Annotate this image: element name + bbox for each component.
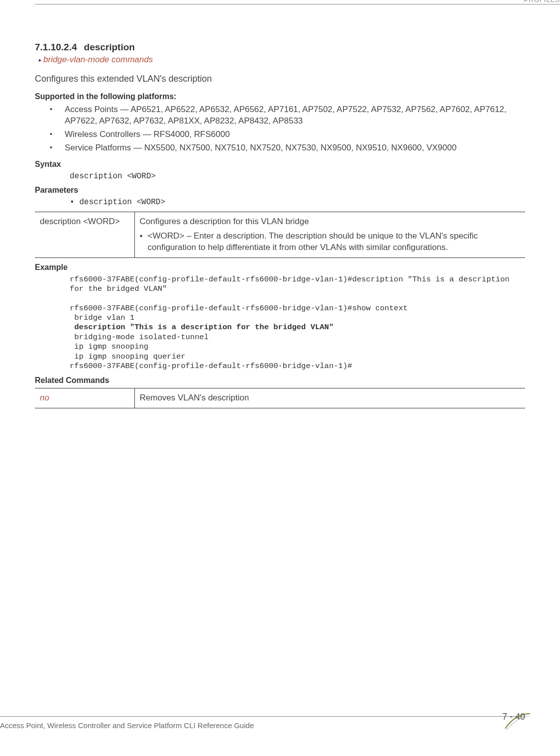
page-header: PROFILES xyxy=(0,0,560,15)
example-line: rfs6000-37FABE(config-profile-default-rf… xyxy=(70,362,352,371)
parameters-heading: Parameters xyxy=(35,186,525,195)
parameters-bullet: description <WORD> xyxy=(70,198,525,207)
param-key: description <WORD> xyxy=(35,212,134,257)
syntax-code: description <WORD> xyxy=(70,172,525,181)
page-number: 7 - 40 xyxy=(502,712,525,722)
param-sub: <WORD> – Enter a description. The descri… xyxy=(140,231,521,253)
list-item: Access Points — AP6521, AP6522, AP6532, … xyxy=(50,104,525,127)
parameters-table: description <WORD> Configures a descript… xyxy=(35,212,525,258)
header-rule xyxy=(35,4,560,4)
example-line: bridge vlan 1 xyxy=(70,313,134,322)
example-line: ip igmp snooping querier xyxy=(70,352,186,361)
section-number: 7.1.10.2.4 xyxy=(35,42,77,52)
platforms-heading: Supported in the following platforms: xyxy=(35,92,525,101)
related-desc: Removes VLAN's description xyxy=(134,388,525,408)
example-code: rfs6000-37FABE(config-profile-default-rf… xyxy=(70,275,525,372)
page-footer: Access Point, Wireless Controller and Se… xyxy=(0,716,560,741)
header-label: PROFILES xyxy=(521,0,560,3)
footer-text: Access Point, Wireless Controller and Se… xyxy=(0,721,254,730)
param-desc: Configures a description for this VLAN b… xyxy=(140,216,521,228)
example-line: bridging-mode isolated-tunnel xyxy=(70,333,209,342)
related-heading: Related Commands xyxy=(35,376,525,385)
related-table: no Removes VLAN's description xyxy=(35,388,525,408)
list-item: Service Platforms — NX5500, NX7500, NX75… xyxy=(50,142,525,154)
table-row: description <WORD> Configures a descript… xyxy=(35,212,525,257)
example-line: rfs6000-37FABE(config-profile-default-rf… xyxy=(70,304,408,313)
platforms-list: Access Points — AP6521, AP6522, AP6532, … xyxy=(50,104,525,154)
section-title: description xyxy=(84,42,135,52)
param-desc-cell: Configures a description for this VLAN b… xyxy=(134,212,525,257)
example-line: rfs6000-37FABE(config-profile-default-rf… xyxy=(70,275,514,293)
section-heading: 7.1.10.2.4description xyxy=(35,42,525,53)
example-heading: Example xyxy=(35,263,525,272)
breadcrumb-link[interactable]: bridge-vlan-mode commands xyxy=(39,55,525,65)
list-item: Wireless Controllers — RFS4000, RFS6000 xyxy=(50,129,525,140)
footer-rule xyxy=(0,716,525,717)
example-line-bold: description "This is a description for t… xyxy=(70,323,334,332)
section-intro: Configures this extended VLAN's descript… xyxy=(35,74,525,84)
example-line: ip igmp snooping xyxy=(70,342,148,351)
table-row: no Removes VLAN's description xyxy=(35,388,525,408)
syntax-heading: Syntax xyxy=(35,160,525,169)
page-content: 7.1.10.2.4description bridge-vlan-mode c… xyxy=(0,15,560,408)
related-key[interactable]: no xyxy=(35,388,134,408)
